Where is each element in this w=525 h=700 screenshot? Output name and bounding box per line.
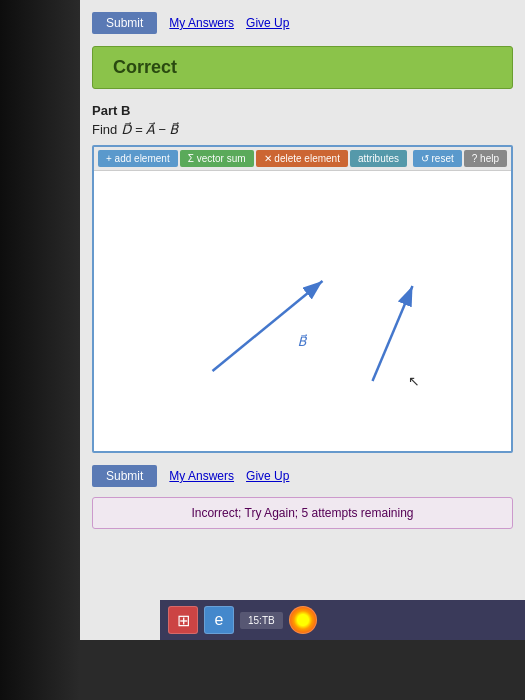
add-element-button[interactable]: + add element xyxy=(98,150,178,167)
my-answers-link-bottom[interactable]: My Answers xyxy=(169,469,234,483)
screen-area: Submit My Answers Give Up Correct Part B… xyxy=(80,0,525,640)
delete-element-button[interactable]: ✕ delete element xyxy=(256,150,348,167)
reset-button[interactable]: ↺ reset xyxy=(413,150,462,167)
taskbar-item[interactable]: 15:TB xyxy=(240,612,283,629)
submit-bar-bottom: Submit My Answers Give Up xyxy=(92,461,513,491)
find-equation: Find D⃗ = A⃗ − B⃗ xyxy=(92,122,513,137)
side-decoration xyxy=(0,0,80,700)
attributes-button[interactable]: attributes xyxy=(350,150,407,167)
chrome-button[interactable] xyxy=(289,606,317,634)
content-wrapper: Submit My Answers Give Up Correct Part B… xyxy=(80,0,525,640)
submit-button-top[interactable]: Submit xyxy=(92,12,157,34)
give-up-link-bottom[interactable]: Give Up xyxy=(246,469,289,483)
equation-text: D⃗ = A⃗ − B⃗ xyxy=(121,122,178,137)
left-sidebar xyxy=(0,0,80,700)
taskbar: ⊞ e 15:TB xyxy=(160,600,525,640)
vector-tool-container: + add element Σ vector sum ✕ delete elem… xyxy=(92,145,513,453)
give-up-link-top[interactable]: Give Up xyxy=(246,16,289,30)
svg-text:↖: ↖ xyxy=(408,373,420,389)
part-b-label: Part B xyxy=(92,103,513,118)
incorrect-banner: Incorrect; Try Again; 5 attempts remaini… xyxy=(92,497,513,529)
submit-bar-top: Submit My Answers Give Up xyxy=(92,8,513,38)
vector-toolbar: + add element Σ vector sum ✕ delete elem… xyxy=(94,147,511,171)
monitor-frame: Submit My Answers Give Up Correct Part B… xyxy=(0,0,525,700)
correct-banner: Correct xyxy=(92,46,513,89)
windows-start-button[interactable]: ⊞ xyxy=(168,606,198,634)
my-answers-link-top[interactable]: My Answers xyxy=(169,16,234,30)
vector-canvas[interactable]: B⃗ ↖ xyxy=(94,171,511,451)
vector-sum-button[interactable]: Σ vector sum xyxy=(180,150,254,167)
ie-button[interactable]: e xyxy=(204,606,234,634)
help-button[interactable]: ? help xyxy=(464,150,507,167)
svg-line-4 xyxy=(373,286,413,381)
svg-line-2 xyxy=(213,281,323,371)
svg-text:B⃗: B⃗ xyxy=(298,334,308,349)
find-prefix: Find xyxy=(92,122,117,137)
submit-button-bottom[interactable]: Submit xyxy=(92,465,157,487)
